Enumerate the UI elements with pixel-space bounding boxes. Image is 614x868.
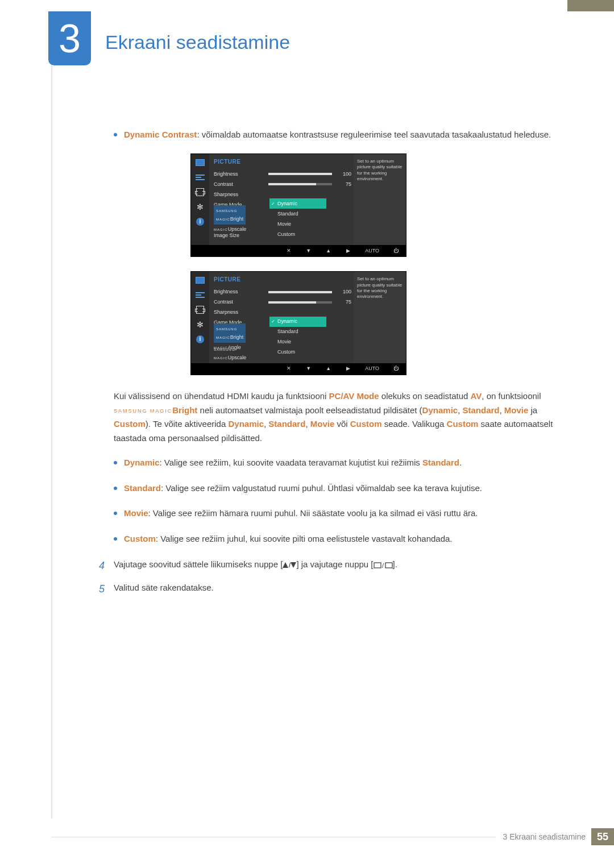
left-margin-line bbox=[51, 11, 52, 819]
label-contrast: Contrast bbox=[214, 180, 265, 189]
up-down-icon: / bbox=[283, 562, 296, 568]
nav-right-icon[interactable]: ▶ bbox=[345, 364, 351, 373]
step-5-text: Valitud säte rakendatakse. bbox=[114, 581, 214, 598]
chapter-number-badge: 3 bbox=[48, 11, 91, 65]
label-sharpness: Sharpness bbox=[214, 308, 265, 317]
picture-icon[interactable] bbox=[196, 159, 205, 167]
bullet-standard: Standard: Valige see režiim valgustatud … bbox=[114, 481, 574, 496]
color-icon[interactable] bbox=[196, 173, 205, 181]
option-custom[interactable]: Custom bbox=[269, 347, 326, 358]
bullet-icon bbox=[114, 487, 117, 490]
nav-up-icon[interactable]: ▲ bbox=[325, 364, 331, 373]
intro-desc: : võimaldab automaatse kontrastsuse regu… bbox=[197, 130, 551, 139]
value-brightness: 100 bbox=[339, 288, 351, 296]
nav-right-icon[interactable]: ▶ bbox=[345, 247, 351, 255]
resize-icon[interactable] bbox=[196, 306, 205, 314]
slider-contrast[interactable] bbox=[268, 183, 332, 185]
osd-nav-bar: ✕ ▼ ▲ ▶ AUTO ⏻ bbox=[191, 245, 406, 256]
dropdown-magicbright: Dynamic Standard Movie Custom bbox=[269, 317, 326, 358]
footer-divider bbox=[51, 837, 496, 837]
bullet-custom: Custom: Valige see režiim juhul, kui soo… bbox=[114, 532, 574, 546]
content-body: Dynamic Contrast: võimaldab automaatse k… bbox=[114, 128, 574, 598]
option-dynamic[interactable]: Dynamic bbox=[269, 317, 326, 327]
nav-close-icon[interactable]: ✕ bbox=[285, 364, 292, 373]
value-contrast: 75 bbox=[339, 298, 351, 306]
nav-up-icon[interactable]: ▲ bbox=[325, 247, 331, 255]
step-5: 5 Valitud säte rakendatakse. bbox=[99, 581, 574, 598]
option-custom[interactable]: Custom bbox=[269, 229, 326, 239]
nav-power-icon[interactable]: ⏻ bbox=[393, 247, 399, 255]
settings-icon[interactable]: ✻ bbox=[196, 321, 205, 329]
nav-auto[interactable]: AUTO bbox=[365, 247, 379, 255]
osd-panel: ✻ i PICTURE Brightness 100 Contrast bbox=[190, 153, 406, 258]
page: 3 Ekraani seadistamine Dynamic Contrast:… bbox=[0, 0, 614, 868]
osd-screenshot-1: ✻ i PICTURE Brightness 100 Contrast bbox=[190, 153, 574, 258]
option-movie[interactable]: Movie bbox=[269, 337, 326, 347]
osd-main: PICTURE Brightness 100 Contrast 75 Sharp… bbox=[209, 272, 354, 363]
intro-bullet: Dynamic Contrast: võimaldab automaatse k… bbox=[114, 128, 574, 142]
nav-down-icon[interactable]: ▼ bbox=[305, 247, 312, 255]
bullet-icon bbox=[114, 461, 117, 464]
bullet-icon bbox=[114, 512, 117, 515]
osd-help-text: Set to an optimum picture quality suitab… bbox=[354, 272, 406, 363]
osd-panel: ✻ i PICTURE Brightness 100 Contrast bbox=[190, 271, 406, 375]
label-sharpness: Sharpness bbox=[214, 190, 265, 199]
step-4: 4 Vajutage soovitud sättele liikumiseks … bbox=[99, 558, 574, 575]
info-icon[interactable]: i bbox=[196, 218, 205, 226]
row-contrast[interactable]: Contrast 75 bbox=[214, 179, 351, 189]
paragraph-main: Kui välissisend on ühendatud HDMI kaudu … bbox=[114, 389, 574, 446]
nav-auto[interactable]: AUTO bbox=[365, 364, 379, 373]
step-number: 4 bbox=[99, 558, 110, 575]
value-contrast: 75 bbox=[339, 180, 351, 189]
option-movie[interactable]: Movie bbox=[269, 219, 326, 229]
svg-marker-0 bbox=[283, 562, 288, 568]
option-standard[interactable]: Standard bbox=[269, 209, 326, 219]
value-brightness: 100 bbox=[339, 170, 351, 178]
slider-contrast[interactable] bbox=[268, 301, 332, 304]
svg-rect-5 bbox=[385, 563, 392, 568]
picture-icon[interactable] bbox=[196, 276, 205, 284]
chapter-title: Ekraani seadistamine bbox=[105, 31, 290, 53]
info-icon[interactable]: i bbox=[196, 335, 205, 343]
osd-category-icons: ✻ i bbox=[191, 272, 209, 363]
osd-category-icons: ✻ i bbox=[191, 154, 209, 246]
nav-close-icon[interactable]: ✕ bbox=[285, 247, 292, 255]
page-footer: 3 Ekraani seadistamine 55 bbox=[51, 828, 614, 845]
svg-marker-2 bbox=[291, 562, 296, 568]
bullet-icon bbox=[114, 537, 117, 541]
row-brightness[interactable]: Brightness 100 bbox=[214, 287, 351, 297]
selected-magicbright: SAMSUNGMAGICBright bbox=[214, 323, 246, 343]
row-contrast[interactable]: Contrast 75 bbox=[214, 297, 351, 308]
row-brightness[interactable]: Brightness 100 bbox=[214, 169, 351, 179]
bullet-dynamic: Dynamic: Valige see režiim, kui soovite … bbox=[114, 456, 574, 470]
svg-text:/: / bbox=[382, 562, 384, 568]
source-enter-icon: / bbox=[374, 562, 393, 568]
nav-power-icon[interactable]: ⏻ bbox=[393, 364, 399, 373]
step-4-text: Vajutage soovitud sättele liikumiseks nu… bbox=[114, 558, 397, 575]
bullet-icon bbox=[114, 133, 117, 136]
selected-magicbright: SAMSUNGMAGICBright bbox=[214, 205, 246, 225]
slider-brightness[interactable] bbox=[268, 291, 332, 293]
color-icon[interactable] bbox=[196, 291, 205, 299]
term-dynamic-contrast: Dynamic Contrast bbox=[124, 130, 197, 139]
page-number-badge: 55 bbox=[591, 828, 614, 845]
osd-section-title: PICTURE bbox=[214, 275, 351, 285]
slider-brightness[interactable] bbox=[268, 173, 332, 175]
option-standard[interactable]: Standard bbox=[269, 327, 326, 337]
label-brightness: Brightness bbox=[214, 170, 265, 178]
option-dynamic[interactable]: Dynamic bbox=[269, 198, 326, 209]
osd-nav-bar: ✕ ▼ ▲ ▶ AUTO ⏻ bbox=[191, 363, 406, 375]
chapter-header: 3 Ekraani seadistamine bbox=[51, 17, 574, 74]
footer-chapter-label: 3 Ekraani seadistamine bbox=[503, 832, 586, 841]
label-imagesize: Image Size bbox=[214, 231, 265, 240]
label-magicupscale: SAMSUNGMAGICUpscale bbox=[214, 345, 265, 362]
bullet-movie: Movie: Valige see režiim hämara ruumi pu… bbox=[114, 506, 574, 521]
label-brightness: Brightness bbox=[214, 288, 265, 296]
step-number: 5 bbox=[99, 581, 110, 598]
osd-main: PICTURE Brightness 100 Contrast 75 Sharp… bbox=[209, 154, 354, 246]
nav-down-icon[interactable]: ▼ bbox=[305, 364, 312, 373]
osd-section-title: PICTURE bbox=[214, 157, 351, 167]
osd-help-text: Set to an optimum picture quality suitab… bbox=[354, 154, 406, 246]
settings-icon[interactable]: ✻ bbox=[196, 203, 205, 211]
resize-icon[interactable] bbox=[196, 188, 205, 196]
